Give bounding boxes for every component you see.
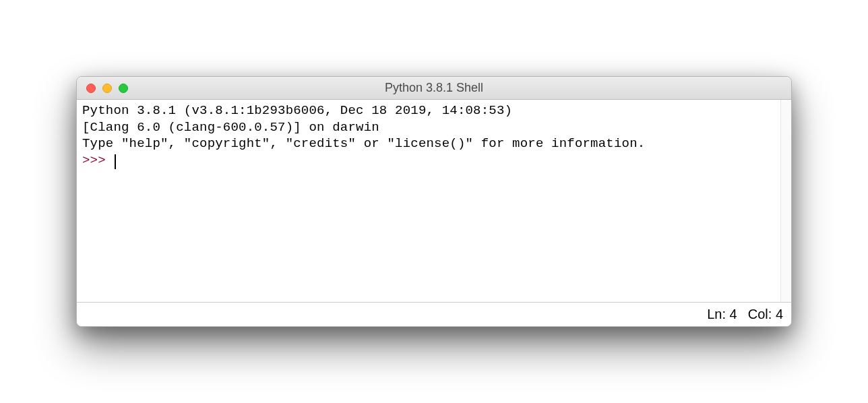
text-cursor	[115, 154, 116, 169]
idle-shell-window: Python 3.8.1 Shell Python 3.8.1 (v3.8.1:…	[76, 76, 792, 327]
banner-line-2: [Clang 6.0 (clang-600.0.57)] on darwin	[82, 120, 379, 135]
text-area[interactable]: Python 3.8.1 (v3.8.1:1b293b6006, Dec 18 …	[77, 100, 780, 302]
titlebar: Python 3.8.1 Shell	[77, 77, 791, 100]
col-label: Col:	[748, 307, 772, 321]
prompt: >>>	[82, 153, 113, 168]
traffic-lights	[77, 84, 128, 93]
col-value: 4	[776, 307, 783, 321]
close-button[interactable]	[86, 84, 96, 93]
banner-line-1: Python 3.8.1 (v3.8.1:1b293b6006, Dec 18 …	[82, 103, 512, 118]
maximize-button[interactable]	[119, 84, 128, 93]
scrollbar[interactable]	[780, 100, 791, 302]
shell-output[interactable]: Python 3.8.1 (v3.8.1:1b293b6006, Dec 18 …	[77, 100, 780, 302]
window-title: Python 3.8.1 Shell	[77, 81, 791, 95]
line-label: Ln:	[707, 307, 726, 321]
line-value: 4	[730, 307, 737, 321]
content-wrap: Python 3.8.1 (v3.8.1:1b293b6006, Dec 18 …	[77, 100, 791, 302]
minimize-button[interactable]	[102, 84, 112, 93]
status-bar: Ln: 4Col: 4	[77, 302, 791, 326]
banner-line-3: Type "help", "copyright", "credits" or "…	[82, 136, 645, 151]
